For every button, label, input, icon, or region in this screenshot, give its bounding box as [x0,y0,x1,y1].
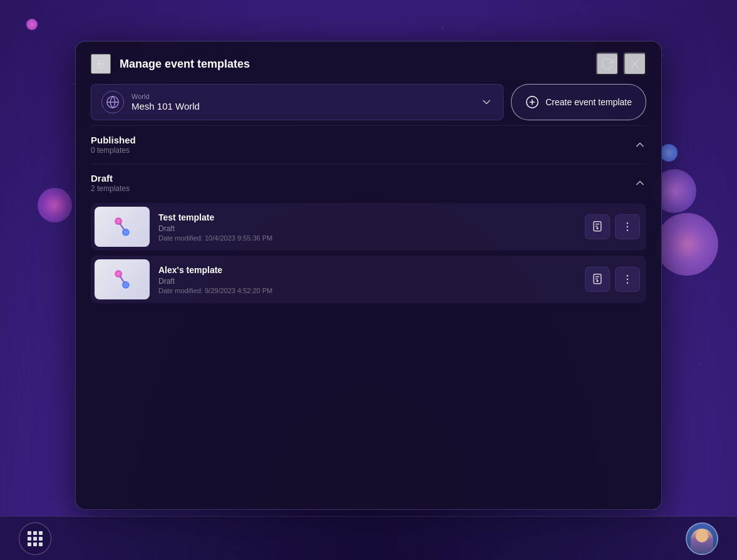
svg-point-9 [627,226,629,228]
template-item: Alex's template Draft Date modified: 9/2… [91,256,646,303]
more-icon [621,273,634,286]
world-text-group: World Mesh 101 World [131,93,473,111]
grid-dot [33,542,37,546]
more-icon [621,220,634,233]
svg-point-10 [627,230,629,232]
refresh-button[interactable] [596,53,619,75]
modal-container: Manage event templates [75,41,662,510]
create-template-label: Create event template [545,97,632,107]
svg-point-13 [116,272,120,276]
template-item: Test template Draft Date modified: 10/4/… [91,203,646,251]
grid-dot [28,542,31,546]
close-button[interactable] [624,53,646,75]
grid-dot [39,542,43,546]
mesh-logo-svg [108,213,136,241]
svg-point-19 [627,283,629,284]
published-section-header[interactable]: Published 0 templates [91,126,646,161]
world-selector-row: World Mesh 101 World Create event templa… [91,84,646,120]
draft-section: Draft 2 templates [91,163,646,303]
published-section: Published 0 templates [91,125,646,161]
template-status: Draft [158,224,576,233]
published-title: Published [91,135,136,145]
template-info: Alex's template Draft Date modified: 9/2… [158,265,576,294]
avatar-figure [691,529,713,554]
published-subtitle: 0 templates [91,146,136,155]
template-name: Alex's template [158,265,576,275]
apps-button[interactable] [19,522,51,555]
template-date: Date modified: 9/29/2023 4:52:20 PM [158,287,576,294]
publish-icon [591,220,604,233]
chevron-down-icon [480,96,493,108]
draft-section-header[interactable]: Draft 2 templates [91,164,646,199]
svg-point-5 [123,230,128,234]
svg-point-7 [596,227,598,229]
published-chevron-up-icon [634,138,646,151]
close-icon [628,57,642,71]
back-arrow-icon [95,58,107,70]
draft-chevron-up-icon [634,177,646,189]
world-name: Mesh 101 World [131,101,473,111]
template-more-button[interactable] [615,214,640,239]
svg-point-14 [123,283,128,287]
published-section-info: Published 0 templates [91,135,136,155]
avatar-head [696,530,708,542]
svg-point-8 [627,222,629,224]
svg-point-16 [596,280,598,282]
svg-point-18 [627,279,629,281]
world-dropdown[interactable]: World Mesh 101 World [91,84,503,120]
world-label: World [131,93,473,100]
publish-icon [591,273,604,286]
avatar-image [687,524,717,554]
decorative-orb [26,19,38,30]
plus-circle-icon [525,95,539,109]
svg-point-4 [116,219,120,224]
template-thumbnail [95,259,150,299]
template-actions [585,267,640,292]
svg-point-17 [627,275,629,277]
draft-title: Draft [91,173,130,184]
decorative-orb [38,188,72,222]
avatar-button[interactable] [686,522,718,555]
template-thumbnail [95,207,150,247]
globe-icon [106,95,120,109]
world-icon-wrap [101,91,124,113]
template-publish-button[interactable] [585,267,610,292]
decorative-orb [656,213,718,276]
grid-dot [28,531,31,535]
template-name: Test template [158,212,576,222]
apps-grid-icon [28,531,43,546]
grid-dot [28,537,31,541]
bottom-bar [0,516,737,560]
template-publish-button[interactable] [585,214,610,239]
mesh-logo-svg [108,266,136,293]
header-actions [596,53,646,75]
template-actions [585,214,640,239]
modal-content: World Mesh 101 World Create event templa… [76,84,661,509]
template-date: Date modified: 10/4/2023 9:55:36 PM [158,234,576,242]
grid-dot [39,537,43,541]
template-more-button[interactable] [615,267,640,292]
decorative-orb [660,144,678,162]
grid-dot [33,537,37,541]
draft-section-info: Draft 2 templates [91,173,130,193]
grid-dot [33,531,37,535]
template-info: Test template Draft Date modified: 10/4/… [158,212,576,242]
back-button[interactable] [91,54,111,74]
draft-subtitle: 2 templates [91,184,130,193]
modal-header: Manage event templates [76,41,661,84]
refresh-icon [600,57,614,71]
create-template-button[interactable]: Create event template [511,84,646,120]
grid-dot [39,531,43,535]
template-status: Draft [158,277,576,286]
modal-title: Manage event templates [120,58,587,71]
